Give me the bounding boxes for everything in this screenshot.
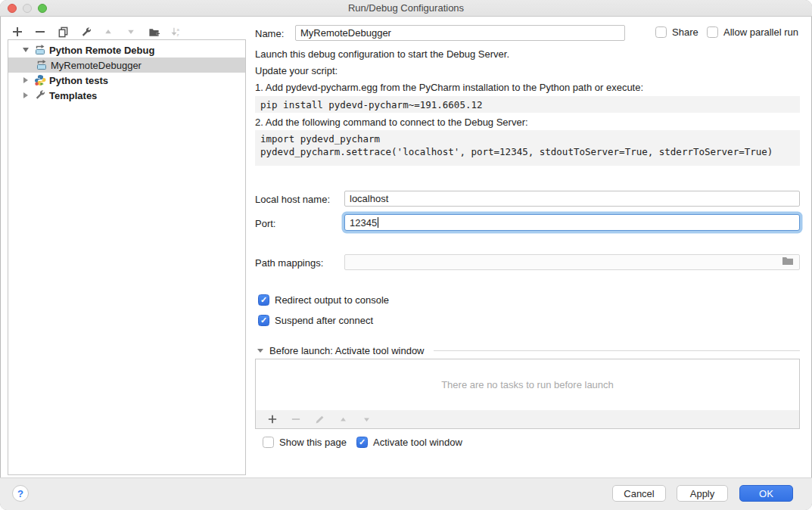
tree-item-myremotedebugger-selected[interactable]: MyRemoteDebugger <box>8 58 245 73</box>
arrow-up-icon <box>104 27 113 36</box>
redirect-output-label: Redirect output to console <box>275 294 389 306</box>
plus-icon <box>12 26 23 37</box>
python-tests-icon <box>34 74 46 86</box>
tree-item-label: Templates <box>49 90 97 101</box>
help-button[interactable]: ? <box>12 485 29 502</box>
edit-task-button[interactable] <box>313 412 326 426</box>
remote-debug-icon <box>36 59 48 71</box>
tree-item-label: Python tests <box>49 75 108 86</box>
tree-item-label: Python Remote Debug <box>49 45 154 56</box>
tasks-toolbar <box>255 410 800 429</box>
pencil-icon <box>315 415 325 424</box>
suspend-after-connect-option: Suspend after connect <box>258 315 373 326</box>
share-checkbox[interactable] <box>655 26 667 38</box>
arrow-down-icon <box>126 27 135 36</box>
wrench-icon <box>34 89 46 101</box>
edit-templates-button[interactable] <box>79 25 92 39</box>
instruction-step1: 1. Add pydevd-pycharm.egg from the PyCha… <box>255 82 643 93</box>
ok-button[interactable]: OK <box>739 485 793 502</box>
tree-item-python-tests[interactable]: Python tests <box>8 73 245 88</box>
port-label: Port: <box>255 218 275 229</box>
settrace-code-line2: pydevd_pycharm.settrace('localhost', por… <box>260 145 795 158</box>
redirect-output-option: Redirect output to console <box>258 294 389 306</box>
configurations-toolbar: az <box>11 24 183 39</box>
question-mark-icon: ? <box>17 488 23 499</box>
instruction-intro: Launch this debug configuration to start… <box>255 48 509 60</box>
section-rule <box>434 350 800 351</box>
redirect-output-checkbox[interactable] <box>258 294 269 306</box>
svg-text:z: z <box>176 32 179 37</box>
add-task-button[interactable] <box>266 412 279 426</box>
port-input[interactable]: 12345 <box>344 214 800 231</box>
arrow-up-icon <box>339 415 347 424</box>
new-folder-button[interactable] <box>147 25 160 39</box>
cancel-button[interactable]: Cancel <box>612 485 666 502</box>
activate-tool-window-checkbox[interactable] <box>356 437 368 448</box>
minus-icon <box>291 415 300 424</box>
configurations-tree: Python Remote Debug MyRemoteDebugger Pyt… <box>8 39 246 475</box>
wrench-icon <box>80 26 92 38</box>
settrace-code-line1: import pydevd_pycharm <box>260 132 795 145</box>
share-label: Share <box>672 26 698 38</box>
path-mappings-label: Path mappings: <box>255 257 323 269</box>
path-mappings-input[interactable] <box>344 254 800 270</box>
copy-configuration-button[interactable] <box>56 25 70 39</box>
sort-az-icon: az <box>171 26 182 37</box>
show-this-page-option: Show this page <box>263 437 347 448</box>
before-launch-title: Before launch: Activate tool window <box>269 345 425 356</box>
local-host-input[interactable] <box>344 191 800 207</box>
pip-install-code: pip install pydevd-pycharm~=191.6605.12 <box>255 96 800 113</box>
copy-icon <box>58 26 69 38</box>
apply-button[interactable]: Apply <box>677 485 728 502</box>
new-folder-icon <box>148 26 160 38</box>
name-label: Name: <box>255 28 284 39</box>
dialog-footer: ? Cancel Apply OK <box>0 477 812 510</box>
port-value: 12345 <box>350 217 377 229</box>
expand-chevron-icon[interactable] <box>22 92 30 98</box>
tree-item-python-remote-debug[interactable]: Python Remote Debug <box>8 42 245 58</box>
move-task-up-button[interactable] <box>336 412 350 426</box>
local-host-label: Local host name: <box>255 194 330 205</box>
share-option: Share <box>655 26 698 38</box>
run-debug-configurations-dialog: Run/Debug Configurations az <box>0 0 812 510</box>
plus-icon <box>268 415 277 424</box>
tree-item-templates[interactable]: Templates <box>8 88 245 103</box>
move-up-button[interactable] <box>101 25 115 39</box>
remove-configuration-button[interactable] <box>33 25 47 39</box>
sort-configurations-button[interactable]: az <box>170 25 183 39</box>
titlebar: Run/Debug Configurations <box>0 0 812 17</box>
allow-parallel-run-checkbox[interactable] <box>707 26 718 38</box>
add-configuration-button[interactable] <box>11 25 24 39</box>
suspend-after-connect-label: Suspend after connect <box>275 315 373 326</box>
allow-parallel-run-label: Allow parallel run <box>723 26 798 38</box>
activate-tool-window-option: Activate tool window <box>356 437 462 448</box>
empty-tasks-message: There are no tasks to run before launch <box>441 379 614 390</box>
move-task-down-button[interactable] <box>359 412 373 426</box>
show-this-page-label: Show this page <box>279 437 347 448</box>
settrace-code: import pydevd_pycharm pydevd_pycharm.set… <box>255 130 800 166</box>
allow-parallel-run-option: Allow parallel run <box>707 26 798 38</box>
expand-chevron-icon[interactable] <box>22 77 30 83</box>
tree-item-label: MyRemoteDebugger <box>51 60 142 71</box>
show-this-page-checkbox[interactable] <box>263 437 274 448</box>
remove-task-button[interactable] <box>289 412 303 426</box>
text-caret <box>378 217 378 228</box>
instruction-update: Update your script: <box>255 65 338 76</box>
collapse-chevron-icon[interactable] <box>22 48 30 52</box>
arrow-down-icon <box>362 415 371 424</box>
suspend-after-connect-checkbox[interactable] <box>258 315 269 326</box>
name-input[interactable] <box>295 25 625 41</box>
folder-icon[interactable] <box>782 256 794 269</box>
remote-debug-icon <box>34 44 46 56</box>
minus-icon <box>35 26 45 37</box>
before-launch-tasks-list[interactable]: There are no tasks to run before launch <box>255 359 800 411</box>
instruction-step2: 2. Add the following command to connect … <box>255 117 528 128</box>
window-title: Run/Debug Configurations <box>0 2 812 14</box>
activate-tool-window-label: Activate tool window <box>373 437 462 448</box>
before-launch-header[interactable]: Before launch: Activate tool window <box>257 345 800 356</box>
move-down-button[interactable] <box>124 25 138 39</box>
collapse-chevron-icon <box>257 349 263 353</box>
